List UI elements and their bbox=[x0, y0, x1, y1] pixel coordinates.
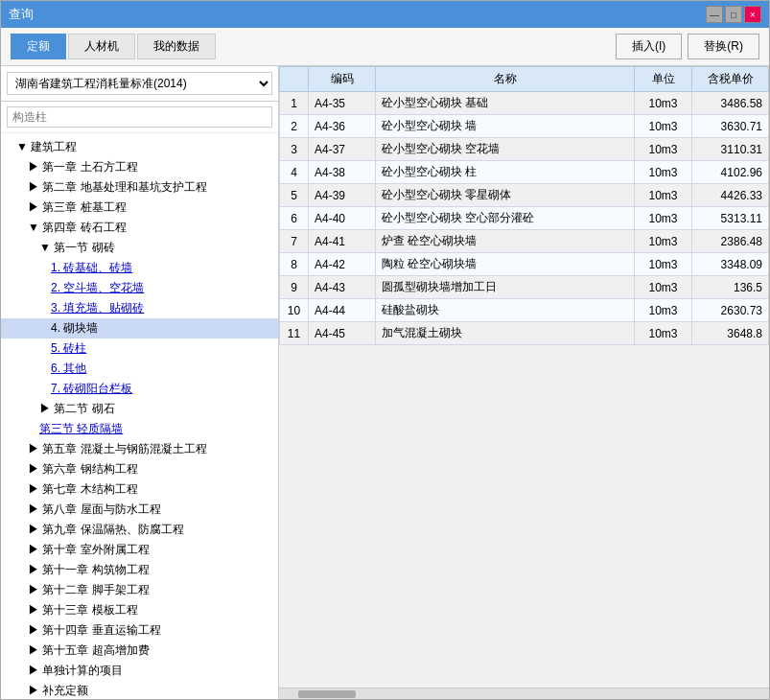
cell-code: A4-36 bbox=[309, 115, 376, 138]
cell-code: A4-42 bbox=[309, 253, 376, 276]
tree-item-ch14[interactable]: ▶ 第十四章 垂直运输工程 bbox=[1, 620, 278, 641]
tree-item-ch2[interactable]: ▶ 第二章 地基处理和基坑支护工程 bbox=[1, 177, 278, 198]
cell-rownum: 7 bbox=[280, 230, 309, 253]
cell-price: 3486.58 bbox=[692, 92, 769, 115]
col-header-code: 编码 bbox=[309, 67, 376, 92]
table-row[interactable]: 3 A4-37 砼小型空心砌块 空花墙 10m3 3110.31 bbox=[280, 138, 769, 161]
cell-code: A4-37 bbox=[309, 138, 376, 161]
cell-unit: 10m3 bbox=[635, 138, 692, 161]
cell-rownum: 2 bbox=[280, 115, 309, 138]
tab-mydata[interactable]: 我的数据 bbox=[137, 34, 216, 59]
tree-item-ch5[interactable]: ▶ 第五章 混凝土与钢筋混凝土工程 bbox=[1, 439, 278, 459]
cell-name: 砼小型空心砌块 空心部分灌砼 bbox=[376, 207, 635, 230]
scrollbar-thumb[interactable] bbox=[298, 690, 356, 698]
tree-item-ch15[interactable]: ▶ 第十五章 超高增加费 bbox=[1, 641, 278, 661]
col-header-num bbox=[280, 67, 309, 92]
action-buttons: 插入(I) 替换(R) bbox=[616, 34, 759, 59]
cell-name: 陶粒 砼空心砌块墙 bbox=[376, 253, 635, 276]
tab-group: 定额 人材机 我的数据 bbox=[11, 34, 216, 59]
table-row[interactable]: 6 A4-40 砼小型空心砌块 空心部分灌砼 10m3 5313.11 bbox=[280, 207, 769, 230]
table-row[interactable]: 11 A4-45 加气混凝土砌块 10m3 3648.8 bbox=[280, 322, 769, 345]
tree-item-ch4[interactable]: ▼ 第四章 砖石工程 bbox=[1, 218, 278, 238]
cell-rownum: 1 bbox=[280, 92, 309, 115]
tree-item-ch9[interactable]: ▶ 第九章 保温隔热、防腐工程 bbox=[1, 520, 278, 540]
table-row[interactable]: 9 A4-43 圆孤型砌块墙增加工日 10m3 136.5 bbox=[280, 276, 769, 299]
data-table: 编码 名称 单位 含税单价 1 A4-35 砼小型空心砌块 基础 10m3 34… bbox=[279, 66, 769, 345]
close-button[interactable]: × bbox=[744, 6, 761, 23]
tree-item-item5[interactable]: 5. 砖柱 bbox=[1, 338, 278, 359]
sidebar-search-area bbox=[1, 102, 278, 133]
search-input[interactable] bbox=[7, 106, 272, 128]
cell-price: 136.5 bbox=[692, 276, 769, 299]
cell-unit: 10m3 bbox=[635, 92, 692, 115]
tree-item-sec2[interactable]: ▶ 第二节 砌石 bbox=[1, 399, 278, 419]
table-row[interactable]: 10 A4-44 硅酸盐砌块 10m3 2630.73 bbox=[280, 299, 769, 322]
standard-select[interactable]: 湖南省建筑工程消耗量标准(2014) bbox=[7, 72, 272, 95]
table-row[interactable]: 1 A4-35 砼小型空心砌块 基础 10m3 3486.58 bbox=[280, 92, 769, 115]
table-row[interactable]: 7 A4-41 炉查 砼空心砌块墙 10m3 2386.48 bbox=[280, 230, 769, 253]
cell-unit: 10m3 bbox=[635, 207, 692, 230]
maximize-button[interactable]: □ bbox=[725, 6, 742, 23]
tree-item-ch1[interactable]: ▶ 第一章 土石方工程 bbox=[1, 157, 278, 177]
tree-item-ch13[interactable]: ▶ 第十三章 模板工程 bbox=[1, 600, 278, 620]
cell-price: 3110.31 bbox=[692, 138, 769, 161]
tree-item-ch12[interactable]: ▶ 第十二章 脚手架工程 bbox=[1, 580, 278, 600]
cell-name: 砼小型空心砌块 基础 bbox=[376, 92, 635, 115]
tree-item-item4[interactable]: 4. 砌块墙 bbox=[1, 318, 278, 338]
replace-button[interactable]: 替换(R) bbox=[688, 34, 759, 59]
tree-item-item7[interactable]: 7. 砖砌阳台栏板 bbox=[1, 379, 278, 399]
cell-rownum: 4 bbox=[280, 161, 309, 184]
cell-name: 圆孤型砌块墙增加工日 bbox=[376, 276, 635, 299]
cell-name: 硅酸盐砌块 bbox=[376, 299, 635, 322]
tree-item-sec3[interactable]: 第三节 轻质隔墙 bbox=[1, 419, 278, 439]
cell-unit: 10m3 bbox=[635, 115, 692, 138]
table-row[interactable]: 4 A4-38 砼小型空心砌块 柱 10m3 4102.96 bbox=[280, 161, 769, 184]
insert-button[interactable]: 插入(I) bbox=[616, 34, 682, 59]
table-row[interactable]: 2 A4-36 砼小型空心砌块 墙 10m3 3630.71 bbox=[280, 115, 769, 138]
cell-name: 砼小型空心砌块 墙 bbox=[376, 115, 635, 138]
cell-code: A4-40 bbox=[309, 207, 376, 230]
tree-item-ch3[interactable]: ▶ 第三章 桩基工程 bbox=[1, 198, 278, 218]
tab-dinge[interactable]: 定额 bbox=[11, 34, 66, 59]
title-bar: 查询 — □ × bbox=[1, 1, 769, 28]
tree-item-supplement[interactable]: ▶ 补充定额 bbox=[1, 681, 278, 699]
cell-code: A4-45 bbox=[309, 322, 376, 345]
cell-price: 4426.33 bbox=[692, 184, 769, 207]
cell-rownum: 8 bbox=[280, 253, 309, 276]
cell-price: 2386.48 bbox=[692, 230, 769, 253]
tree-item-sec1[interactable]: ▼ 第一节 砌砖 bbox=[1, 238, 278, 258]
tree-item-item1[interactable]: 1. 砖基础、砖墙 bbox=[1, 258, 278, 278]
cell-code: A4-41 bbox=[309, 230, 376, 253]
tree-item-single[interactable]: ▶ 单独计算的项目 bbox=[1, 661, 278, 681]
cell-rownum: 10 bbox=[280, 299, 309, 322]
tree-item-item6[interactable]: 6. 其他 bbox=[1, 359, 278, 379]
cell-unit: 10m3 bbox=[635, 276, 692, 299]
cell-price: 3648.8 bbox=[692, 322, 769, 345]
tree-item-item2[interactable]: 2. 空斗墙、空花墙 bbox=[1, 278, 278, 298]
cell-unit: 10m3 bbox=[635, 299, 692, 322]
tree-item-ch10[interactable]: ▶ 第十章 室外附属工程 bbox=[1, 540, 278, 560]
cell-unit: 10m3 bbox=[635, 253, 692, 276]
col-header-unit: 单位 bbox=[635, 67, 692, 92]
tree-item-root1[interactable]: ▼ 建筑工程 bbox=[1, 137, 278, 157]
tab-rencaiji[interactable]: 人材机 bbox=[68, 34, 135, 59]
tree-item-ch7[interactable]: ▶ 第七章 木结构工程 bbox=[1, 479, 278, 500]
table-row[interactable]: 5 A4-39 砼小型空心砌块 零星砌体 10m3 4426.33 bbox=[280, 184, 769, 207]
cell-unit: 10m3 bbox=[635, 161, 692, 184]
cell-unit: 10m3 bbox=[635, 230, 692, 253]
cell-name: 砼小型空心砌块 柱 bbox=[376, 161, 635, 184]
table-wrap: 编码 名称 单位 含税单价 1 A4-35 砼小型空心砌块 基础 10m3 34… bbox=[279, 66, 769, 688]
content-area: 编码 名称 单位 含税单价 1 A4-35 砼小型空心砌块 基础 10m3 34… bbox=[279, 66, 769, 699]
table-row[interactable]: 8 A4-42 陶粒 砼空心砌块墙 10m3 3348.09 bbox=[280, 253, 769, 276]
sidebar: 湖南省建筑工程消耗量标准(2014) ▼ 建筑工程▶ 第一章 土石方工程▶ 第二… bbox=[1, 66, 279, 699]
cell-code: A4-44 bbox=[309, 299, 376, 322]
minimize-button[interactable]: — bbox=[706, 6, 723, 23]
window-title: 查询 bbox=[9, 6, 34, 23]
cell-price: 5313.11 bbox=[692, 207, 769, 230]
tree-item-item3[interactable]: 3. 填充墙、贴砌砖 bbox=[1, 298, 278, 318]
cell-name: 砼小型空心砌块 零星砌体 bbox=[376, 184, 635, 207]
tree-item-ch6[interactable]: ▶ 第六章 钢结构工程 bbox=[1, 459, 278, 479]
tree-item-ch8[interactable]: ▶ 第八章 屋面与防水工程 bbox=[1, 500, 278, 520]
horizontal-scrollbar[interactable] bbox=[279, 688, 769, 699]
tree-item-ch11[interactable]: ▶ 第十一章 构筑物工程 bbox=[1, 560, 278, 580]
